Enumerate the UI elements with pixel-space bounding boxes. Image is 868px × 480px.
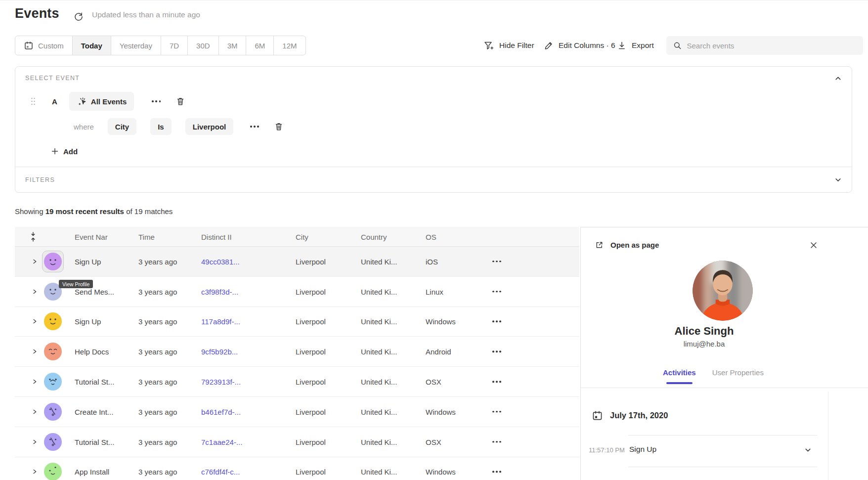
- row-more-options-button[interactable]: [490, 319, 503, 325]
- table-row[interactable]: Tutorial St... 3 years ago 7923913f-... …: [15, 367, 579, 397]
- profile-name: Alice Singh: [581, 325, 827, 338]
- open-as-page-button[interactable]: Open as page: [595, 240, 659, 250]
- tab-user-properties[interactable]: User Properties: [712, 368, 764, 377]
- row-expander-chevron[interactable]: [30, 287, 39, 296]
- cell-city: Liverpool: [296, 257, 326, 265]
- calendar-icon: [592, 410, 603, 421]
- tab-activities[interactable]: Activities: [663, 368, 696, 377]
- cell-country: United Ki...: [361, 348, 397, 356]
- table-row[interactable]: Sign Up 3 years ago 117a8d9f-... Liverpo…: [15, 307, 579, 337]
- date-range-7d[interactable]: 7D: [161, 36, 188, 55]
- filter-more-options-button[interactable]: [248, 124, 261, 130]
- events-page: Events Updated less than a minute ago Cu…: [0, 0, 868, 480]
- row-more-options-button[interactable]: [490, 469, 503, 475]
- event-more-options-button[interactable]: [150, 98, 163, 104]
- avatar-face-icon: [44, 403, 62, 421]
- row-expander-chevron[interactable]: [30, 347, 39, 356]
- collapse-rows-button[interactable]: [30, 231, 37, 243]
- table-row[interactable]: Sign Up 3 years ago 49cc0381... Liverpoo…: [15, 247, 579, 277]
- table-row[interactable]: Create Int... 3 years ago b461ef7d-... L…: [15, 397, 579, 427]
- cell-time: 3 years ago: [138, 317, 177, 326]
- cell-distinct-id-link[interactable]: 49cc0381...: [201, 257, 240, 265]
- row-more-options-button[interactable]: [490, 289, 503, 295]
- row-expander-chevron[interactable]: [30, 317, 39, 326]
- activity-time: 11:57:10 PM: [589, 446, 625, 454]
- avatar[interactable]: [44, 343, 62, 360]
- expand-activity-button[interactable]: [804, 446, 812, 454]
- row-more-options-button[interactable]: [490, 259, 503, 264]
- cell-time: 3 years ago: [138, 407, 177, 416]
- hide-filter-button[interactable]: Hide Filter: [483, 36, 534, 55]
- delete-filter-button[interactable]: [274, 122, 284, 131]
- filter-property-chip[interactable]: City: [108, 118, 136, 135]
- date-range-yesterday[interactable]: Yesterday: [111, 36, 161, 55]
- row-more-options-button[interactable]: [490, 379, 503, 385]
- add-event-button[interactable]: Add: [51, 143, 78, 160]
- refresh-button[interactable]: [73, 10, 85, 22]
- close-panel-button[interactable]: [809, 240, 819, 250]
- cell-distinct-id-link[interactable]: 117a8d9f-...: [201, 317, 240, 326]
- date-range-today[interactable]: Today: [73, 36, 111, 55]
- row-expander-chevron[interactable]: [30, 467, 39, 476]
- search-events-box: [666, 36, 863, 55]
- cell-event-name: Sign Up: [75, 317, 101, 326]
- activity-row[interactable]: 11:57:10 PM Sign Up: [581, 436, 828, 467]
- avatar-face-icon: [44, 433, 62, 451]
- delete-event-button[interactable]: [175, 96, 185, 106]
- table-row[interactable]: Help Docs 3 years ago 9cf5b92b... Liverp…: [15, 337, 579, 367]
- cell-distinct-id-link[interactable]: 7c1aae24-...: [201, 437, 242, 446]
- date-range-30d[interactable]: 30D: [188, 36, 219, 55]
- row-expander-chevron[interactable]: [30, 257, 39, 266]
- avatar[interactable]: [44, 253, 62, 270]
- date-range-label: Today: [81, 42, 102, 50]
- drag-handle-icon[interactable]: [30, 97, 36, 106]
- table-row[interactable]: Tutorial St... 3 years ago 7c1aae24-... …: [15, 427, 579, 457]
- row-expander-chevron[interactable]: [30, 407, 39, 416]
- row-expander-chevron[interactable]: [30, 437, 39, 446]
- date-range-3m[interactable]: 3M: [219, 36, 247, 55]
- events-table: Event Nar Time Distinct II City Country …: [15, 227, 579, 480]
- cell-time: 3 years ago: [138, 287, 177, 296]
- filters-section[interactable]: FILTERS: [15, 167, 852, 192]
- date-range-6m[interactable]: 6M: [246, 36, 274, 55]
- row-more-options-button[interactable]: [490, 439, 503, 445]
- avatar[interactable]: [44, 312, 62, 330]
- event-selector-chip[interactable]: All Events: [69, 92, 134, 111]
- search-events-input[interactable]: [687, 42, 857, 50]
- avatar-hover-frame[interactable]: [42, 251, 64, 272]
- cell-os: Windows: [426, 468, 456, 476]
- date-range-custom[interactable]: Custom: [15, 36, 73, 55]
- row-more-options-button[interactable]: [490, 409, 503, 415]
- cell-city: Liverpool: [296, 407, 326, 416]
- collapse-section-button[interactable]: [834, 75, 842, 82]
- expand-filters-button[interactable]: [834, 176, 842, 183]
- avatar[interactable]: [44, 373, 62, 391]
- avatar[interactable]: [44, 403, 62, 421]
- export-button[interactable]: Export: [617, 36, 654, 55]
- row-expander-chevron[interactable]: [30, 377, 39, 386]
- filters-section-label: FILTERS: [25, 176, 55, 183]
- panel-scrollbar-track[interactable]: [828, 392, 828, 480]
- edit-columns-button[interactable]: Edit Columns · 6: [544, 36, 615, 55]
- row-more-options-button[interactable]: [490, 349, 503, 354]
- cell-distinct-id-link[interactable]: b461ef7d-...: [201, 407, 241, 416]
- filter-operator-chip[interactable]: Is: [150, 118, 172, 135]
- column-header-city: City: [296, 232, 308, 241]
- avatar[interactable]: [44, 433, 62, 451]
- table-row[interactable]: Send Mes... 3 years ago c3f98f3d-... Liv…: [15, 277, 579, 307]
- cell-distinct-id-link[interactable]: c3f98f3d-...: [201, 287, 238, 296]
- cell-distinct-id-link[interactable]: 7923913f-...: [201, 378, 241, 386]
- cell-distinct-id-link[interactable]: 9cf5b92b...: [201, 348, 238, 356]
- filter-value-chip[interactable]: Liverpool: [185, 118, 234, 135]
- cell-distinct-id-link[interactable]: c76fdf4f-c...: [201, 468, 240, 476]
- plus-icon: [51, 147, 59, 155]
- avatar-face-icon: [44, 463, 62, 480]
- profile-email: limuj@he.ba: [581, 340, 827, 348]
- cell-country: United Ki...: [361, 257, 397, 265]
- date-range-12m[interactable]: 12M: [274, 36, 305, 55]
- chevron-right-icon: [32, 469, 38, 475]
- table-row[interactable]: App Install 3 years ago c76fdf4f-c... Li…: [15, 457, 579, 480]
- avatar[interactable]: [44, 463, 62, 480]
- event-clause-row: A All Events: [30, 91, 185, 111]
- cell-country: United Ki...: [361, 317, 397, 326]
